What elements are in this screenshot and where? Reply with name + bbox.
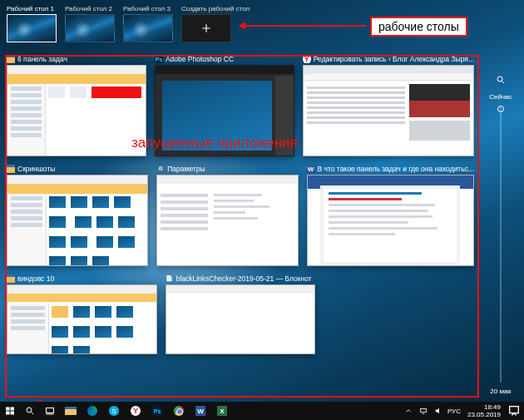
task-thumb [7, 284, 157, 354]
task-thumb [7, 175, 148, 266]
chevron-up-icon [404, 407, 413, 415]
svg-rect-3 [6, 412, 10, 415]
tray-volume[interactable] [433, 402, 444, 420]
tray-network[interactable] [418, 402, 429, 420]
desktop-tile-3[interactable]: Рабочий стол 3 [123, 5, 173, 42]
timeline-track[interactable] [500, 106, 502, 383]
photoshop-icon: Ps [152, 406, 162, 416]
taskbar-app-skype[interactable]: S [103, 402, 125, 420]
new-desktop-label: Создать рабочий стол [181, 5, 250, 12]
svg-rect-2 [11, 408, 15, 411]
volume-icon [434, 407, 442, 415]
task-tile-word[interactable]: WВ что такое панель задач и где она нахо… [307, 165, 475, 266]
plus-icon [200, 22, 212, 34]
word-icon: W [307, 165, 315, 173]
task-view-icon [45, 406, 55, 416]
clock-date: 23.05.2019 [467, 411, 501, 418]
task-thumb [166, 284, 316, 354]
taskbar-app-chrome[interactable] [168, 402, 190, 420]
task-title: виндовс 10 [7, 274, 157, 283]
task-tile-explorer-3[interactable]: виндовс 10 [7, 274, 157, 354]
search-icon [25, 406, 35, 416]
taskbar-app-explorer[interactable] [60, 402, 82, 420]
annotation-label-running: запущенные приложения [131, 135, 298, 151]
desktop-tile-2[interactable]: Рабочий стол 2 [65, 5, 115, 42]
task-tile-explorer-1[interactable]: 6 панель задач [7, 55, 146, 156]
taskbar-app-excel[interactable]: X [211, 402, 233, 420]
timeline[interactable]: Сейчас 20 мая [484, 75, 517, 395]
word-icon: W [195, 406, 205, 416]
task-thumb [156, 175, 298, 266]
explorer-icon [65, 407, 77, 415]
desktop-label: Рабочий стол 2 [65, 5, 115, 12]
notepad-icon: 📄 [166, 274, 174, 283]
svg-rect-1 [6, 408, 10, 411]
task-title: WВ что такое панель задач и где она нахо… [307, 165, 475, 173]
svg-rect-7 [421, 409, 427, 413]
svg-point-0 [497, 77, 502, 82]
clock-time: 18:49 [467, 403, 501, 411]
timeline-date-label: 20 мая [490, 388, 511, 395]
tray-language[interactable]: РУС [447, 402, 461, 420]
annotation-arrow-desktops [241, 25, 366, 27]
taskbar-clock[interactable]: 18:49 23.05.2019 [464, 403, 504, 418]
task-thumb [303, 65, 474, 156]
new-desktop-button[interactable] [181, 14, 231, 42]
edge-icon [87, 406, 97, 416]
taskbar: S Y Ps W X РУС 18:49 23.05.2019 [0, 402, 524, 420]
task-title: ⚙Параметры [156, 165, 298, 173]
task-tile-browser[interactable]: YРедактировать запись ‹ Блог Александра … [303, 55, 474, 156]
task-title: 📄blackLinksChecker-2019-05-21 — Блокнот [166, 274, 316, 283]
task-tile-notepad[interactable]: 📄blackLinksChecker-2019-05-21 — Блокнот [166, 274, 316, 354]
explorer-icon [7, 55, 15, 63]
task-tile-explorer-2[interactable]: Скриншоты [7, 165, 148, 266]
task-title: Скриншоты [7, 165, 148, 173]
search-icon[interactable] [496, 75, 506, 85]
explorer-icon [7, 274, 15, 283]
yandex-icon: Y [131, 406, 141, 416]
search-button[interactable] [20, 402, 40, 420]
task-view-button[interactable] [40, 402, 60, 420]
task-title: PsAdobe Photoshop CC [155, 55, 294, 63]
task-title: 6 панель задач [7, 55, 146, 63]
task-thumb [7, 65, 146, 156]
task-view-grid: 6 панель задач PsAdobe Photoshop CC YРед… [7, 55, 474, 363]
taskbar-app-photoshop[interactable]: Ps [146, 402, 168, 420]
svg-rect-8 [510, 407, 519, 413]
yandex-icon: Y [303, 55, 311, 63]
svg-rect-4 [11, 412, 15, 415]
svg-point-5 [27, 408, 32, 413]
tray-chevron[interactable] [403, 402, 414, 420]
task-row: виндовс 10 📄blackLinksChecker-2019-05-21… [7, 274, 474, 354]
explorer-icon [7, 165, 15, 173]
taskbar-app-yandex[interactable]: Y [125, 402, 146, 420]
start-button[interactable] [0, 402, 20, 420]
action-center-button[interactable] [507, 402, 521, 420]
annotation-label-desktops: рабочие столы [370, 17, 467, 37]
chrome-icon [174, 406, 184, 416]
taskbar-app-edge[interactable] [82, 402, 103, 420]
desktop-label: Рабочий стол 1 [7, 5, 57, 12]
taskbar-app-word[interactable]: W [190, 402, 211, 420]
task-row: Скриншоты ⚙Параметры W [7, 165, 474, 266]
excel-icon: X [217, 406, 227, 416]
timeline-handle[interactable] [497, 106, 504, 112]
desktop-thumb [123, 14, 173, 42]
taskbar-right: РУС 18:49 23.05.2019 [403, 402, 524, 420]
windows-icon [5, 406, 15, 416]
task-thumb [307, 175, 475, 266]
desktop-thumb [7, 14, 57, 42]
timeline-now-label: Сейчас [489, 93, 512, 101]
desktop-tile-1[interactable]: Рабочий стол 1 [7, 5, 57, 42]
photoshop-icon: Ps [155, 55, 163, 63]
desktop-thumb [65, 14, 115, 42]
notification-icon [507, 404, 521, 418]
task-title: YРедактировать запись ‹ Блог Александра … [303, 55, 474, 63]
network-icon [419, 407, 428, 415]
settings-icon: ⚙ [156, 165, 165, 173]
desktop-label: Рабочий стол 3 [123, 5, 173, 12]
task-tile-settings[interactable]: ⚙Параметры [156, 165, 298, 266]
skype-icon: S [109, 406, 119, 416]
taskbar-left: S Y Ps W X [0, 402, 233, 420]
svg-rect-6 [47, 408, 54, 413]
